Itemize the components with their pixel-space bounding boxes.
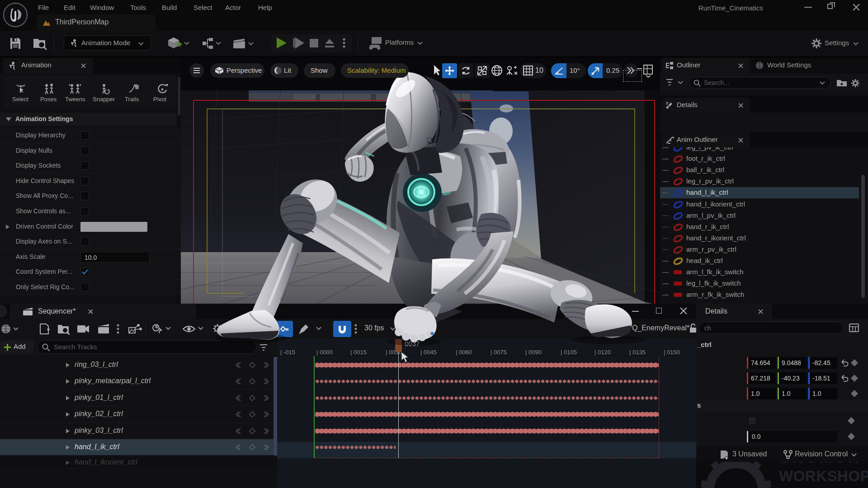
- svg-text:WORKSHOP: WORKSHOP: [779, 468, 868, 484]
